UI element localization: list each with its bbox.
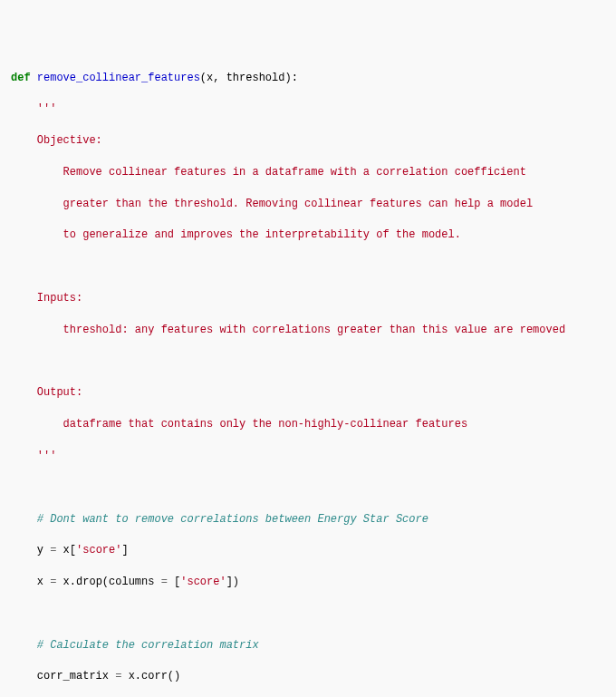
docstring-line: dataframe that contains only the non-hig… [11, 417, 605, 432]
function-name: remove_collinear_features [37, 72, 200, 84]
docstring-line: to generalize and improves the interpret… [11, 227, 605, 243]
docstring-open: ''' [11, 102, 605, 117]
params: (x, threshold): [200, 72, 298, 84]
code-line: def remove_collinear_features(x, thresho… [11, 71, 605, 86]
code-line: corr_matrix = x.corr() [11, 669, 605, 684]
docstring-line: Objective: [11, 133, 605, 149]
docstring-line: threshold: any features with correlation… [11, 323, 605, 338]
blank-line [11, 606, 605, 622]
blank-line [11, 354, 605, 370]
docstring-close: ''' [11, 449, 605, 464]
blank-line [11, 480, 605, 496]
docstring-line: Inputs: [11, 291, 605, 306]
docstring-line: greater than the threshold. Removing col… [11, 197, 605, 212]
docstring-line: Output: [11, 385, 605, 401]
comment-line: # Dont want to remove correlations betwe… [11, 512, 605, 528]
docstring-line: Remove collinear features in a dataframe… [11, 165, 605, 180]
code-line: x = x.drop(columns = ['score']) [11, 575, 605, 590]
blank-line [11, 259, 605, 275]
keyword-def: def [11, 72, 31, 84]
comment-line: # Calculate the correlation matrix [11, 638, 605, 653]
code-line: y = x['score'] [11, 543, 605, 558]
